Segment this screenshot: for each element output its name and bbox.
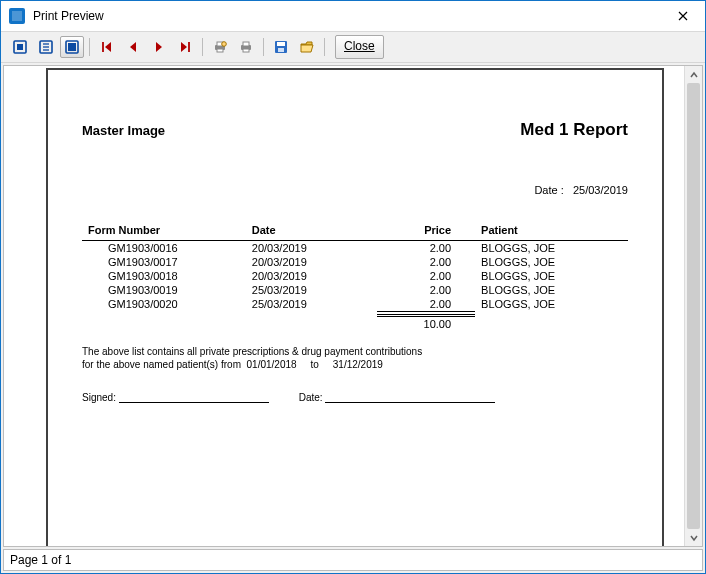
toolbar-separator (89, 38, 90, 56)
svg-rect-16 (277, 42, 285, 46)
vertical-scrollbar[interactable] (684, 66, 702, 546)
scroll-thumb[interactable] (687, 83, 700, 529)
close-button[interactable]: Close (335, 35, 384, 59)
scroll-up-button[interactable] (685, 66, 702, 83)
cell-patient: BLOGGS, JOE (475, 241, 628, 256)
signed-label: Signed: (82, 392, 116, 403)
svg-rect-1 (17, 44, 23, 50)
col-price: Price (377, 220, 475, 241)
table-row: GM1903/001820/03/20192.00BLOGGS, JOE (82, 269, 628, 283)
last-page-button[interactable] (173, 36, 197, 58)
table-row: GM1903/001925/03/20192.00BLOGGS, JOE (82, 283, 628, 297)
cell-form: GM1903/0016 (82, 241, 246, 256)
page-100-icon (64, 39, 80, 55)
report-date: Date : 25/03/2019 (82, 184, 628, 196)
window-close-button[interactable] (660, 1, 705, 31)
cell-date: 25/03/2019 (246, 283, 377, 297)
page-whole-icon (12, 39, 28, 55)
cell-form: GM1903/0019 (82, 283, 246, 297)
svg-rect-17 (278, 48, 284, 52)
scroll-track[interactable] (685, 83, 702, 529)
first-page-icon (99, 39, 115, 55)
cell-price: 2.00 (377, 283, 475, 297)
zoom-100-button[interactable] (60, 36, 84, 58)
folder-open-icon (299, 39, 315, 55)
cell-form: GM1903/0020 (82, 297, 246, 312)
report-date-label: Date : (534, 184, 563, 196)
save-button[interactable] (269, 36, 293, 58)
window-title: Print Preview (33, 9, 104, 23)
zoom-whole-button[interactable] (8, 36, 32, 58)
svg-rect-10 (217, 49, 223, 52)
close-icon (678, 11, 688, 21)
report-table: Form Number Date Price Patient GM1903/00… (82, 220, 628, 331)
chevron-up-icon (689, 70, 699, 80)
cell-price: 2.00 (377, 255, 475, 269)
scroll-down-button[interactable] (685, 529, 702, 546)
table-row: GM1903/001620/03/20192.00BLOGGS, JOE (82, 241, 628, 256)
cell-date: 20/03/2019 (246, 241, 377, 256)
svg-point-11 (222, 42, 227, 47)
status-bar: Page 1 of 1 (3, 549, 703, 571)
cell-date: 20/03/2019 (246, 255, 377, 269)
toolbar-separator (202, 38, 203, 56)
table-row: GM1903/002025/03/20192.00BLOGGS, JOE (82, 297, 628, 312)
table-row: GM1903/001720/03/20192.00BLOGGS, JOE (82, 255, 628, 269)
next-page-button[interactable] (147, 36, 171, 58)
date2-label: Date: (299, 392, 323, 403)
cell-patient: BLOGGS, JOE (475, 255, 628, 269)
report-note: The above list contains all private pres… (82, 345, 628, 371)
signature-row: Signed: Date: (82, 391, 628, 403)
svg-rect-13 (243, 42, 249, 46)
prev-page-icon (125, 39, 141, 55)
print-button[interactable] (234, 36, 258, 58)
svg-rect-14 (243, 49, 249, 52)
last-page-icon (177, 39, 193, 55)
page: Master Image Med 1 Report Date : 25/03/2… (46, 68, 664, 546)
toolbar-separator (324, 38, 325, 56)
next-page-icon (151, 39, 167, 55)
toolbar: Close (1, 32, 705, 63)
zoom-width-button[interactable] (34, 36, 58, 58)
app-icon (9, 8, 25, 24)
cell-price: 2.00 (377, 241, 475, 256)
first-page-button[interactable] (95, 36, 119, 58)
prev-page-button[interactable] (121, 36, 145, 58)
titlebar: Print Preview (1, 1, 705, 32)
svg-rect-7 (68, 43, 76, 51)
cell-patient: BLOGGS, JOE (475, 269, 628, 283)
col-form: Form Number (82, 220, 246, 241)
print-preview-window: Print Preview (0, 0, 706, 574)
cell-date: 20/03/2019 (246, 269, 377, 283)
status-text: Page 1 of 1 (10, 553, 71, 567)
preview-area: Master Image Med 1 Report Date : 25/03/2… (3, 65, 703, 547)
cell-price: 2.00 (377, 269, 475, 283)
page-right-title: Med 1 Report (520, 120, 628, 140)
report-date-value: 25/03/2019 (573, 184, 628, 196)
report-total: 10.00 (377, 316, 475, 332)
cell-form: GM1903/0017 (82, 255, 246, 269)
open-button[interactable] (295, 36, 319, 58)
chevron-down-icon (689, 533, 699, 543)
floppy-icon (273, 39, 289, 55)
cell-patient: BLOGGS, JOE (475, 297, 628, 312)
preview-canvas[interactable]: Master Image Med 1 Report Date : 25/03/2… (4, 66, 684, 546)
page-width-icon (38, 39, 54, 55)
col-date: Date (246, 220, 377, 241)
toolbar-separator (263, 38, 264, 56)
cell-form: GM1903/0018 (82, 269, 246, 283)
cell-date: 25/03/2019 (246, 297, 377, 312)
printer-icon (238, 39, 254, 55)
cell-price: 2.00 (377, 297, 475, 312)
printer-setup-icon (212, 39, 228, 55)
page-left-title: Master Image (82, 123, 165, 138)
cell-patient: BLOGGS, JOE (475, 283, 628, 297)
col-patient: Patient (475, 220, 628, 241)
print-setup-button[interactable] (208, 36, 232, 58)
